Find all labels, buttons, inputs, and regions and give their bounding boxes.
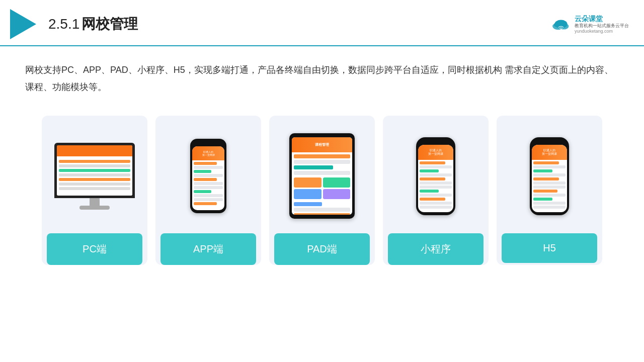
card-miniprogram: 职通人的第一堂网课: [383, 116, 489, 265]
card-image-h5: 职通人的第一堂网课: [502, 126, 597, 226]
header: 2.5.1网校管理 云朵课堂 教育机构一站式服务云平台 yunduoketang…: [0, 0, 644, 46]
card-image-pad: 课程管理: [274, 126, 370, 226]
card-h5: 职通人的第一堂网课: [497, 116, 602, 265]
logo-triangle-icon: [10, 9, 36, 39]
card-app: 职通人的第一堂网课: [155, 116, 261, 265]
card-label-app: APP端: [160, 233, 256, 265]
header-left: 2.5.1网校管理: [10, 9, 138, 39]
card-pc: PC端: [42, 116, 147, 265]
phone-h5-icon: 职通人的第一堂网课: [530, 137, 569, 215]
tablet-pad-icon: 课程管理: [289, 133, 355, 219]
page-title: 2.5.1网校管理: [48, 15, 138, 34]
card-image-app: 职通人的第一堂网课: [160, 126, 256, 226]
card-label-h5: H5: [502, 233, 597, 263]
card-pad: 课程管理: [269, 116, 375, 265]
brand-subtitle: 教育机构一站式服务云平台: [575, 23, 629, 29]
cards-container: PC端 职通人的第一堂网课: [0, 106, 644, 275]
brand-name: 云朵课堂: [575, 15, 603, 23]
svg-point-4: [560, 29, 561, 30]
description-text: 网校支持PC、APP、PAD、小程序、H5，实现多端打通，产品各终端自由切换，数…: [0, 46, 644, 106]
card-image-pc: [47, 126, 142, 226]
header-right: 云朵课堂 教育机构一站式服务云平台 yunduoketang.com: [550, 15, 629, 34]
title-text: 网校管理: [82, 16, 138, 32]
card-label-miniprogram: 小程序: [388, 233, 484, 265]
phone-app-icon: 职通人的第一堂网课: [190, 139, 226, 213]
brand-url: yunduoketang.com: [575, 29, 613, 34]
phone-miniprogram-icon: 职通人的第一堂网课: [416, 137, 455, 215]
pc-monitor-icon: [54, 143, 135, 210]
brand-logo: 云朵课堂 教育机构一站式服务云平台 yunduoketang.com: [550, 15, 629, 34]
card-image-miniprogram: 职通人的第一堂网课: [388, 126, 484, 226]
brand-text: 云朵课堂 教育机构一站式服务云平台 yunduoketang.com: [575, 15, 629, 34]
section-number: 2.5.1: [48, 16, 79, 32]
card-label-pc: PC端: [47, 233, 142, 265]
card-label-pad: PAD端: [274, 233, 370, 265]
cloud-icon: [550, 17, 572, 31]
